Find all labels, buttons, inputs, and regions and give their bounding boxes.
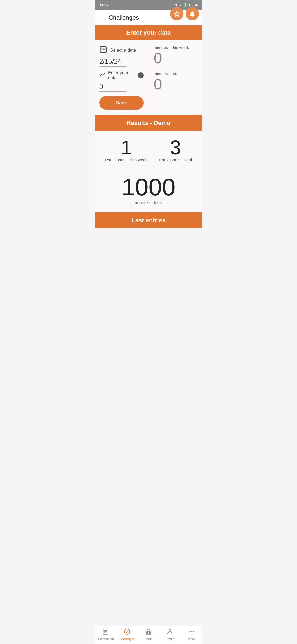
header: ← Challenges xyxy=(95,10,202,25)
enter-data-title: Enter your data xyxy=(126,29,170,36)
date-label-row: Select a date xyxy=(99,45,144,55)
data-input-label: Enter your data xyxy=(108,70,136,80)
participants-total-label: Participants - total xyxy=(159,157,192,162)
minutes-total-block: 1000 minutes - total xyxy=(99,172,198,208)
badge-icon-button[interactable] xyxy=(170,7,183,20)
results-section-header: Results - Demo xyxy=(95,115,202,131)
calendar-icon xyxy=(99,45,108,55)
back-button[interactable]: ← xyxy=(99,14,105,21)
results-title: Results - Demo xyxy=(127,119,170,126)
participants-total-block: 3 Participants - total xyxy=(159,138,192,162)
participants-total-value: 3 xyxy=(170,138,181,157)
data-input-row: Enter your data i xyxy=(99,70,144,80)
data-number-input[interactable] xyxy=(99,83,127,92)
divider xyxy=(99,167,198,167)
data-left-column: Select a date 2/15/24 Enter your data i … xyxy=(99,45,148,110)
minutes-total-big-label: minutes - total xyxy=(99,200,198,205)
notification-icon-button[interactable] xyxy=(186,7,199,20)
data-entry-panel: Select a date 2/15/24 Enter your data i … xyxy=(95,40,202,115)
status-icons: ▾ ▲ 🔋 100% xyxy=(175,3,198,7)
participants-this-week-value: 1 xyxy=(121,138,132,157)
header-action-icons xyxy=(170,7,199,20)
last-entries-section-header: Last entries xyxy=(95,212,202,228)
last-entries-title: Last entries xyxy=(131,217,166,224)
results-panel: 1 Participants - this week 3 Participant… xyxy=(95,131,202,212)
info-icon[interactable]: i xyxy=(138,72,143,78)
date-value[interactable]: 2/15/24 xyxy=(99,58,127,67)
minutes-total-big-value: 1000 xyxy=(99,175,198,199)
svg-point-0 xyxy=(176,13,178,15)
battery-percent: 100% xyxy=(189,3,198,7)
battery-icon: 🔋 xyxy=(183,3,188,7)
page-title: Challenges xyxy=(109,14,139,21)
minutes-this-week-value: 0 xyxy=(154,50,162,66)
enter-data-section-header: Enter your data xyxy=(95,25,202,40)
participants-row: 1 Participants - this week 3 Participant… xyxy=(99,138,198,162)
minutes-total-value: 0 xyxy=(154,77,162,92)
save-button[interactable]: Save xyxy=(99,96,144,110)
participants-this-week-block: 1 Participants - this week xyxy=(105,138,147,162)
chart-icon xyxy=(99,71,106,80)
wifi-icon: ▾ xyxy=(175,3,177,7)
date-label: Select a date xyxy=(110,48,136,53)
participants-this-week-label: Participants - this week xyxy=(105,157,147,162)
status-time: 11:32 xyxy=(99,3,108,7)
signal-icon: ▲ xyxy=(178,3,182,7)
data-right-column: minutes - this week 0 minutes - total 0 xyxy=(148,45,198,110)
